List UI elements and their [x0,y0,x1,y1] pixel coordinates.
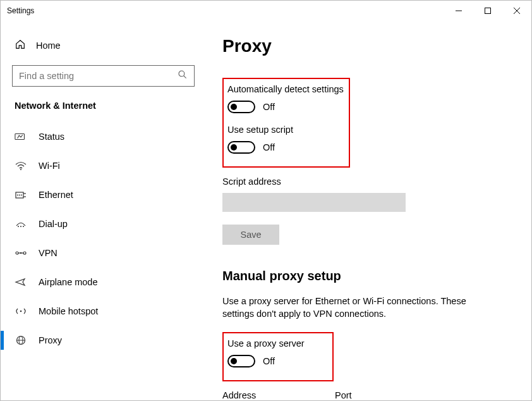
airplane-icon [15,277,27,287]
sidebar-item-proxy[interactable]: Proxy [12,326,195,355]
use-proxy-state: Off [263,356,275,366]
use-proxy-toggle[interactable] [227,355,255,367]
window-controls [444,1,531,21]
hotspot-icon [15,306,27,316]
main-panel: Proxy Automatically detect settings Off … [206,21,531,400]
sidebar-item-ethernet[interactable]: Ethernet [12,180,195,209]
svg-rect-1 [485,8,491,14]
vpn-icon [15,248,27,258]
category-header: Network & Internet [12,101,195,111]
window-title: Settings [7,6,34,15]
highlight-box-manual: Use a proxy server Off [222,332,334,381]
save-button-label: Save [240,230,261,240]
sidebar-item-vpn[interactable]: VPN [12,238,195,268]
svg-point-21 [20,311,22,312]
search-icon [178,70,188,82]
search-input[interactable] [12,65,195,87]
address-label: Address [222,390,305,400]
svg-point-17 [16,252,18,254]
save-button[interactable]: Save [222,225,279,245]
search-field[interactable] [19,71,178,81]
home-label: Home [36,40,61,51]
auto-detect-toggle[interactable] [227,101,255,113]
maximize-button[interactable] [473,1,502,21]
svg-point-14 [18,226,19,227]
manual-description: Use a proxy server for Ethernet or Wi-Fi… [222,295,494,321]
sidebar-item-wifi[interactable]: Wi-Fi [12,151,195,180]
svg-point-15 [20,226,21,227]
svg-point-20 [20,252,21,254]
svg-rect-6 [15,133,25,139]
home-link[interactable]: Home [12,32,195,59]
script-address-input[interactable] [222,193,406,212]
nav-label: Status [39,132,64,142]
nav-label: Mobile hotspot [39,306,98,316]
manual-section-title: Manual proxy setup [222,269,515,283]
nav-label: Proxy [39,335,62,345]
auto-detect-state: Off [263,102,275,112]
nav-label: Ethernet [39,190,73,200]
minimize-button[interactable] [444,1,473,21]
ethernet-icon [15,190,27,200]
script-address-label: Script address [222,176,515,187]
sidebar-item-status[interactable]: Status [12,122,195,151]
svg-line-5 [184,76,186,78]
home-icon [15,39,26,52]
wifi-icon [15,161,27,171]
port-label: Port [335,390,392,400]
nav-label: Airplane mode [39,277,98,287]
highlight-box-auto: Automatically detect settings Off Use se… [222,78,350,168]
sidebar: Home Network & Internet Status Wi-Fi Eth… [1,21,206,400]
sidebar-item-dialup[interactable]: Dial-up [12,209,195,238]
svg-point-16 [23,226,24,227]
svg-point-7 [20,169,21,170]
svg-point-4 [179,71,184,77]
svg-point-18 [23,252,26,254]
nav-list: Status Wi-Fi Ethernet Dial-up VPN Airpla… [12,122,195,355]
status-icon [15,132,27,142]
dialup-icon [15,219,27,229]
page-title: Proxy [222,36,515,56]
use-proxy-label: Use a proxy server [227,338,329,349]
nav-label: Wi-Fi [39,161,60,171]
titlebar: Settings [1,1,531,21]
proxy-icon [15,335,27,345]
sidebar-item-hotspot[interactable]: Mobile hotspot [12,297,195,326]
setup-script-state: Off [263,142,275,152]
nav-label: VPN [39,248,57,258]
setup-script-label: Use setup script [227,125,345,135]
close-button[interactable] [502,1,531,21]
nav-label: Dial-up [39,219,68,229]
auto-detect-label: Automatically detect settings [227,84,345,94]
setup-script-toggle[interactable] [227,141,255,154]
sidebar-item-airplane[interactable]: Airplane mode [12,268,195,297]
